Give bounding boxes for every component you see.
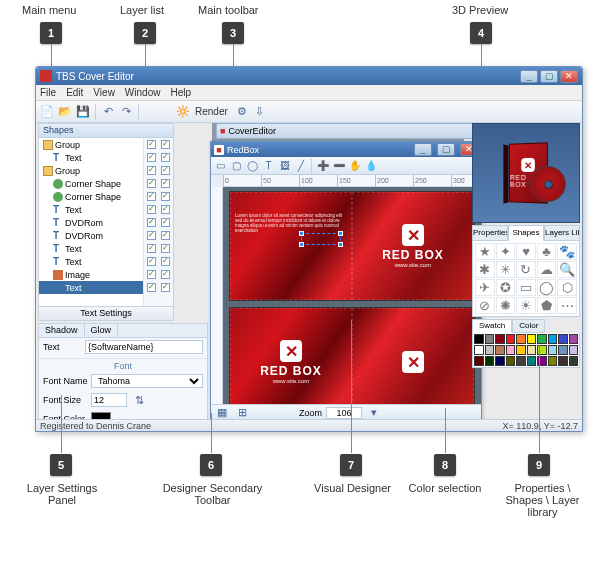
selection-marker[interactable] [301,233,341,245]
lock-check[interactable] [161,153,170,162]
menu-help[interactable]: Help [170,87,191,98]
close-button[interactable]: ✕ [560,70,578,83]
color-swatch[interactable] [558,345,568,355]
layer-row[interactable]: TText [39,255,145,268]
layer-row[interactable]: TText [39,203,145,216]
zoom-in-icon[interactable]: ➕ [315,158,330,173]
fontsize-input[interactable] [91,393,127,407]
shape-library-item[interactable]: ▭ [516,279,536,296]
visibility-check[interactable] [147,231,156,240]
visibility-check[interactable] [147,179,156,188]
lock-check[interactable] [161,283,170,292]
visibility-check[interactable] [147,205,156,214]
menu-edit[interactable]: Edit [66,87,83,98]
shape-library-item[interactable]: ◯ [537,279,557,296]
color-swatch[interactable] [495,345,505,355]
save-icon[interactable]: 💾 [75,104,91,120]
visibility-check[interactable] [147,192,156,201]
tab-swatch[interactable]: Swatch [472,319,512,333]
text-settings-button[interactable]: Text Settings [39,306,173,320]
doc-max-button[interactable]: ▢ [437,143,455,156]
export-icon[interactable]: ⇩ [252,104,268,120]
text-field[interactable] [85,340,203,354]
render-icon[interactable]: 🔆 [175,104,191,120]
color-swatch[interactable] [495,334,505,344]
menu-file[interactable]: File [40,87,56,98]
color-swatch[interactable] [558,334,568,344]
color-swatch[interactable] [474,356,484,366]
rect-icon[interactable]: ▢ [229,158,244,173]
layer-row[interactable]: TDVDRom [39,229,145,242]
shape-library-item[interactable]: ✺ [496,297,516,314]
visibility-check[interactable] [147,283,156,292]
color-swatch[interactable] [548,356,558,366]
tab-properties[interactable]: Properties [472,225,508,241]
shape-library-item[interactable]: ★ [475,243,495,260]
color-swatch[interactable] [474,345,484,355]
color-swatch[interactable] [516,356,526,366]
shape-library-item[interactable]: ☀ [516,297,536,314]
layer-row[interactable]: TText [39,281,145,294]
color-swatch[interactable] [569,356,579,366]
shape-library-item[interactable]: ↻ [516,261,536,278]
tab-glow[interactable]: Glow [85,324,119,337]
undo-icon[interactable]: ↶ [100,104,116,120]
visual-designer-canvas[interactable]: Lorem ipsum dolor sit amet consectetur a… [223,187,481,404]
shape-library-item[interactable]: 🔍 [557,261,577,278]
lock-check[interactable] [161,166,170,175]
color-swatch[interactable] [506,334,516,344]
shape-library-item[interactable]: ☁ [537,261,557,278]
shape-library-item[interactable]: ✪ [496,279,516,296]
shape-library-item[interactable]: ⊘ [475,297,495,314]
layer-row[interactable]: TDVDRom [39,216,145,229]
tab-shapes[interactable]: Shapes [508,225,544,241]
color-swatch[interactable] [569,345,579,355]
color-swatch[interactable] [516,345,526,355]
visibility-check[interactable] [147,153,156,162]
lock-check[interactable] [161,218,170,227]
minimize-button[interactable]: _ [520,70,538,83]
color-swatch[interactable] [537,334,547,344]
lock-check[interactable] [161,231,170,240]
shape-library-item[interactable]: ✈ [475,279,495,296]
layer-row[interactable]: Image [39,268,145,281]
tab-color[interactable]: Color [512,319,545,333]
shape-library-item[interactable]: ✦ [496,243,516,260]
zoom-input[interactable] [326,407,362,419]
shape-library-item[interactable]: ⬡ [557,279,577,296]
lock-check[interactable] [161,192,170,201]
layer-row[interactable]: TText [39,151,145,164]
color-swatch[interactable] [495,356,505,366]
new-icon[interactable]: 📄 [39,104,55,120]
artboard-bottom[interactable]: ✕ RED BOX www.site.com ✕ [229,307,475,404]
visibility-check[interactable] [147,270,156,279]
render-settings-icon[interactable]: ⚙ [234,104,250,120]
text-tool-icon[interactable]: T [261,158,276,173]
tab-layers-library[interactable]: Layers Library [544,225,580,241]
color-swatch[interactable] [548,334,558,344]
color-swatch[interactable] [527,356,537,366]
eyedropper-icon[interactable]: 💧 [363,158,378,173]
zoom-out-icon[interactable]: ➖ [331,158,346,173]
visibility-check[interactable] [147,257,156,266]
lock-check[interactable] [161,205,170,214]
color-swatch[interactable] [527,334,537,344]
fontsize-stepper-icon[interactable]: ⇅ [131,392,147,408]
visibility-check[interactable] [147,218,156,227]
visibility-check[interactable] [147,140,156,149]
fontname-select[interactable]: Tahoma [91,374,203,388]
lock-check[interactable] [161,257,170,266]
titlebar[interactable]: TBS Cover Editor _ ▢ ✕ [36,67,582,85]
color-swatch[interactable] [506,345,516,355]
lock-check[interactable] [161,244,170,253]
hand-tool-icon[interactable]: ✋ [347,158,362,173]
color-swatch[interactable] [485,356,495,366]
menu-window[interactable]: Window [125,87,161,98]
menu-view[interactable]: View [93,87,115,98]
shape-library-item[interactable]: ✱ [475,261,495,278]
pointer-icon[interactable]: ▭ [213,158,228,173]
visibility-check[interactable] [147,244,156,253]
artboard-top[interactable]: Lorem ipsum dolor sit amet consectetur a… [229,191,475,301]
color-swatch[interactable] [569,334,579,344]
layer-row[interactable]: Group [39,164,145,177]
